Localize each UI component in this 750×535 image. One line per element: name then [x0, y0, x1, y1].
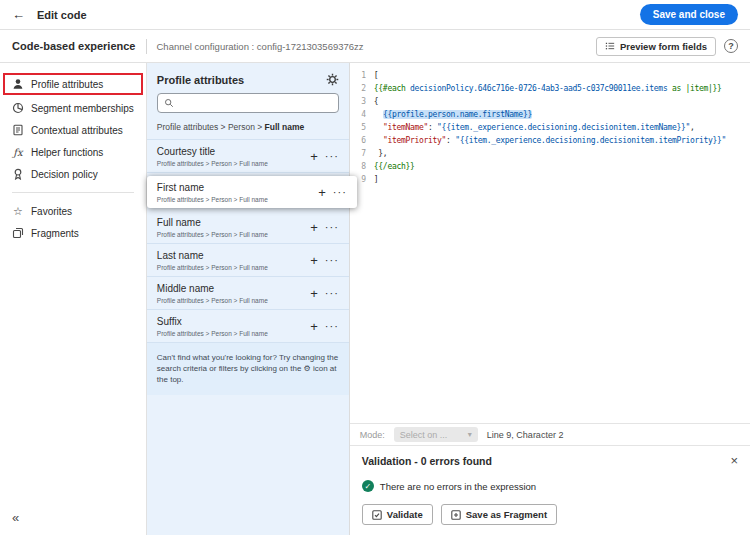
collapse-sidebar-button[interactable]: «: [0, 502, 146, 535]
search-help-note: Can't find what you're looking for? Try …: [147, 343, 349, 395]
validation-header: Validation - 0 errors found ×: [350, 446, 750, 473]
mode-select[interactable]: Select on ... ▾: [394, 427, 478, 442]
mode-label: Mode:: [360, 430, 385, 440]
line-number: 3: [350, 95, 374, 108]
validate-label: Validate: [387, 509, 423, 520]
more-options-icon[interactable]: ···: [325, 255, 339, 266]
search-input[interactable]: [179, 98, 332, 108]
function-icon: ƒx: [12, 146, 24, 158]
validate-button[interactable]: Validate: [362, 504, 433, 525]
code-line[interactable]: 3{: [350, 95, 750, 108]
breadcrumb-current: Full name: [265, 122, 305, 132]
code-line[interactable]: 6 "itemPriority": "{{item._experience.de…: [350, 134, 750, 147]
list-item-first-name[interactable]: First name Profile attributes > Person >…: [147, 176, 357, 208]
sidebar-item-label: Profile attributes: [31, 79, 103, 90]
sidebar-item-decision-policy[interactable]: Decision policy: [0, 163, 146, 185]
save-as-fragment-button[interactable]: Save as Fragment: [441, 504, 557, 525]
sidebar-item-label: Contextual attributes: [31, 125, 123, 136]
document-icon: [12, 124, 24, 136]
segments-icon: [12, 102, 24, 114]
sidebar-item-favorites[interactable]: ☆ Favorites: [0, 200, 146, 222]
sidebar-divider: [12, 192, 134, 193]
fragment-icon: [451, 510, 461, 520]
attribute-title: Last name: [157, 250, 306, 261]
line-number: 8: [350, 160, 374, 173]
code-line[interactable]: 2{{#each decisionPolicy.646c716e-0726-4a…: [350, 82, 750, 95]
attribute-path: Profile attributes > Person > Full name: [157, 264, 306, 271]
settings-gear-icon[interactable]: [326, 73, 339, 86]
list-item-middle-name[interactable]: Middle name Profile attributes > Person …: [147, 277, 349, 310]
attribute-list: Courtesy title Profile attributes > Pers…: [147, 139, 349, 343]
fragments-icon: [12, 227, 24, 239]
page-title: Edit code: [37, 9, 87, 21]
code-line[interactable]: 9]: [350, 173, 750, 186]
search-box: [157, 93, 339, 113]
more-options-icon[interactable]: ···: [333, 187, 347, 198]
line-number: 2: [350, 82, 374, 95]
panel-title: Profile attributes: [157, 74, 244, 86]
code-editor-section: 1[2{{#each decisionPolicy.646c716e-0726-…: [350, 63, 750, 535]
line-number: 1: [350, 69, 374, 82]
sidebar-item-label: Decision policy: [31, 169, 98, 180]
preview-form-fields-label: Preview form fields: [620, 41, 707, 52]
add-attribute-button[interactable]: +: [306, 320, 325, 333]
more-options-icon[interactable]: ···: [325, 288, 339, 299]
more-options-icon[interactable]: ···: [325, 151, 339, 162]
save-and-close-button[interactable]: Save and close: [640, 4, 738, 25]
left-sidebar: Profile attributes Segment memberships C…: [0, 63, 147, 535]
sub-header-actions: Preview form fields ?: [596, 37, 738, 56]
sidebar-item-label: Helper functions: [31, 147, 103, 158]
breadcrumb[interactable]: Profile attributes > Person > Full name: [157, 122, 339, 132]
help-icon[interactable]: ?: [724, 39, 738, 53]
attribute-path: Profile attributes > Person > Full name: [157, 330, 306, 337]
list-item-full-name[interactable]: Full name Profile attributes > Person > …: [147, 211, 349, 244]
list-item-suffix[interactable]: Suffix Profile attributes > Person > Ful…: [147, 310, 349, 343]
attribute-title: Courtesy title: [157, 146, 306, 157]
validation-actions: Validate Save as Fragment: [350, 499, 750, 535]
code-line[interactable]: 8{{/each}}: [350, 160, 750, 173]
back-arrow-icon[interactable]: ←: [12, 7, 25, 22]
list-item-last-name[interactable]: Last name Profile attributes > Person > …: [147, 244, 349, 277]
validation-title: Validation - 0 errors found: [362, 455, 492, 467]
more-options-icon[interactable]: ···: [325, 321, 339, 332]
code-line[interactable]: 5 "itemName": "{{item._experience.decisi…: [350, 121, 750, 134]
sidebar-item-fragments[interactable]: Fragments: [0, 222, 146, 244]
sidebar-item-helper-functions[interactable]: ƒx Helper functions: [0, 141, 146, 163]
breadcrumb-prefix[interactable]: Profile attributes > Person >: [157, 122, 262, 132]
attribute-path: Profile attributes > Person > Full name: [157, 160, 306, 167]
add-attribute-button[interactable]: +: [314, 186, 333, 199]
code-editor[interactable]: 1[2{{#each decisionPolicy.646c716e-0726-…: [350, 63, 750, 423]
validation-message: There are no errors in the expression: [380, 481, 536, 492]
add-attribute-button[interactable]: +: [306, 221, 325, 234]
chevron-down-icon: ▾: [468, 430, 472, 439]
sidebar-item-contextual-attributes[interactable]: Contextual attributes: [0, 119, 146, 141]
close-icon[interactable]: ×: [730, 454, 738, 467]
divider: [146, 39, 147, 54]
attribute-path: Profile attributes > Person > Full name: [157, 196, 314, 203]
line-number: 7: [350, 147, 374, 160]
code-line[interactable]: 4 {{profile.person.name.firstName}}: [350, 108, 750, 121]
sidebar-item-label: Segment memberships: [31, 103, 134, 114]
sidebar-item-label: Fragments: [31, 228, 79, 239]
code-lines: 1[2{{#each decisionPolicy.646c716e-0726-…: [350, 69, 750, 186]
code-line[interactable]: 7 },: [350, 147, 750, 160]
list-item-courtesy-title[interactable]: Courtesy title Profile attributes > Pers…: [147, 140, 349, 173]
main-area: Profile attributes Segment memberships C…: [0, 63, 750, 535]
save-as-fragment-label: Save as Fragment: [466, 509, 547, 520]
sidebar-item-profile-attributes[interactable]: Profile attributes: [3, 73, 143, 95]
attribute-title: Full name: [157, 217, 306, 228]
editor-status-bar: Mode: Select on ... ▾ Line 9, Character …: [350, 423, 750, 445]
more-options-icon[interactable]: ···: [325, 222, 339, 233]
line-number: 5: [350, 121, 374, 134]
preview-form-fields-button[interactable]: Preview form fields: [596, 37, 716, 56]
attribute-path: Profile attributes > Person > Full name: [157, 231, 306, 238]
sidebar-item-segment-memberships[interactable]: Segment memberships: [0, 97, 146, 119]
form-fields-icon: [605, 41, 615, 51]
code-line[interactable]: 1[: [350, 69, 750, 82]
add-attribute-button[interactable]: +: [306, 287, 325, 300]
attribute-title: Middle name: [157, 283, 306, 294]
validation-message-row: ✓ There are no errors in the expression: [350, 473, 750, 499]
add-attribute-button[interactable]: +: [306, 150, 325, 163]
profile-attributes-panel: Profile attributes Profile attributes > …: [147, 63, 350, 535]
add-attribute-button[interactable]: +: [306, 254, 325, 267]
